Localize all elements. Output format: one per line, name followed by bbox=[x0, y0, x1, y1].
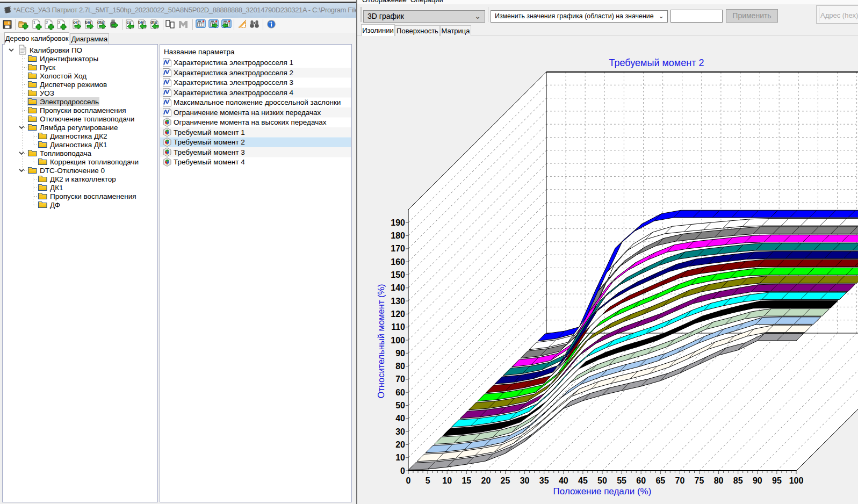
svg-text:Электродроссель: Электродроссель bbox=[40, 98, 99, 106]
svg-text:Лямбда регулирование: Лямбда регулирование bbox=[40, 124, 118, 132]
svg-text:Требуемый момент 1: Требуемый момент 1 bbox=[174, 128, 245, 136]
svg-text:ДК1: ДК1 bbox=[50, 184, 63, 192]
svg-text:140: 140 bbox=[391, 283, 405, 292]
svg-text:Максимальное положение дроссел: Максимальное положение дроссельной засло… bbox=[174, 98, 341, 106]
svg-text:Ограничение момента на высоких: Ограничение момента на высоких передачах bbox=[174, 118, 327, 126]
svg-text:15: 15 bbox=[462, 476, 471, 485]
svg-text:Требуемый момент 4: Требуемый момент 4 bbox=[174, 158, 245, 166]
svg-text:Пропуски воспламенения: Пропуски воспламенения bbox=[50, 192, 136, 200]
svg-text:150: 150 bbox=[391, 270, 405, 279]
svg-text:2: 2 bbox=[45, 20, 48, 25]
svg-text:Название параметра: Название параметра bbox=[164, 48, 235, 56]
svg-text:30: 30 bbox=[520, 476, 530, 485]
svg-text:Диагностика ДК1: Диагностика ДК1 bbox=[50, 141, 107, 149]
svg-text:Диагностика ДК2: Диагностика ДК2 bbox=[50, 132, 107, 140]
svg-text:25: 25 bbox=[501, 476, 510, 485]
svg-text:Характеристика электродросселя: Характеристика электродросселя 3 bbox=[174, 78, 293, 87]
svg-text:Пуск: Пуск bbox=[40, 63, 55, 71]
svg-text:10: 10 bbox=[395, 453, 405, 462]
svg-text:90: 90 bbox=[395, 349, 405, 358]
svg-text:80: 80 bbox=[395, 362, 405, 371]
svg-text:120: 120 bbox=[391, 309, 405, 319]
svg-text:70: 70 bbox=[675, 476, 685, 485]
svg-text:bin: bin bbox=[138, 20, 145, 25]
svg-text:85: 85 bbox=[733, 476, 743, 485]
svg-text:170: 170 bbox=[391, 244, 405, 253]
svg-text:100: 100 bbox=[789, 476, 804, 485]
svg-text:DTC-Отключение 0: DTC-Отключение 0 bbox=[40, 167, 105, 175]
svg-text:75: 75 bbox=[695, 476, 704, 485]
svg-text:Характеристика электродросселя: Характеристика электродросселя 1 bbox=[174, 59, 293, 67]
svg-text:65: 65 bbox=[655, 476, 665, 485]
svg-text:60: 60 bbox=[636, 476, 646, 485]
svg-text:УОЗ: УОЗ bbox=[40, 89, 54, 97]
svg-text:Ограничение момента на низких: Ограничение момента на низких передачах bbox=[174, 109, 321, 117]
svg-text:160: 160 bbox=[391, 257, 405, 267]
svg-text:Диспетчер режимов: Диспетчер режимов bbox=[40, 81, 107, 89]
svg-text:70: 70 bbox=[395, 375, 405, 384]
svg-text:40: 40 bbox=[395, 414, 405, 423]
svg-text:0: 0 bbox=[406, 476, 411, 485]
svg-text:Характеристика электродросселя: Характеристика электродросселя 4 bbox=[174, 89, 293, 97]
svg-text:0: 0 bbox=[400, 466, 405, 476]
svg-text:ДК2 и катколлектор: ДК2 и катколлектор bbox=[50, 175, 116, 183]
svg-text:ДФ: ДФ bbox=[50, 201, 60, 209]
svg-text:Идентификаторы: Идентификаторы bbox=[40, 55, 98, 63]
svg-text:20: 20 bbox=[481, 476, 491, 485]
svg-text:180: 180 bbox=[391, 231, 405, 240]
svg-text:Требуемый момент 2: Требуемый момент 2 bbox=[174, 138, 245, 146]
svg-text:20: 20 bbox=[395, 440, 405, 449]
svg-text:130: 130 bbox=[391, 297, 405, 306]
svg-text:30: 30 bbox=[395, 427, 405, 436]
svg-text:cs: cs bbox=[127, 20, 132, 25]
svg-text:1: 1 bbox=[33, 20, 35, 25]
svg-text:45: 45 bbox=[578, 476, 588, 485]
svg-text:Калибровки ПО: Калибровки ПО bbox=[30, 46, 82, 54]
svg-text:Характеристика электродросселя: Характеристика электродросселя 2 bbox=[174, 69, 293, 77]
svg-text:Требуемый момент 2: Требуемый момент 2 bbox=[609, 57, 704, 68]
svg-text:Коррекция топливоподачи: Коррекция топливоподачи bbox=[50, 158, 139, 166]
svg-text:60: 60 bbox=[395, 388, 405, 397]
svg-text:110: 110 bbox=[391, 322, 405, 332]
svg-text:50: 50 bbox=[597, 476, 607, 485]
svg-text:Холостой Ход: Холостой Ход bbox=[40, 72, 86, 80]
svg-text:95: 95 bbox=[772, 476, 782, 485]
svg-text:Требуемый момент 3: Требуемый момент 3 bbox=[174, 148, 245, 156]
svg-text:Относительный момент (%): Относительный момент (%) bbox=[376, 284, 386, 398]
svg-text:100: 100 bbox=[391, 336, 405, 345]
svg-text:35: 35 bbox=[539, 476, 549, 485]
svg-text:80: 80 bbox=[714, 476, 724, 485]
svg-text:55: 55 bbox=[617, 476, 626, 485]
svg-text:50: 50 bbox=[395, 401, 405, 410]
svg-text:190: 190 bbox=[391, 218, 405, 227]
svg-text:10: 10 bbox=[442, 476, 452, 485]
svg-text:Отключение топливоподачи: Отключение топливоподачи bbox=[40, 115, 134, 123]
svg-text:3: 3 bbox=[57, 20, 60, 25]
svg-text:Положение педали (%): Положение педали (%) bbox=[553, 486, 652, 496]
svg-text:5: 5 bbox=[426, 476, 430, 485]
svg-text:Топливоподача: Топливоподача bbox=[40, 149, 92, 157]
svg-text:dta: dta bbox=[150, 20, 157, 25]
svg-text:90: 90 bbox=[753, 476, 762, 485]
svg-text:40: 40 bbox=[559, 476, 568, 485]
svg-text:Пропуски воспламенения: Пропуски воспламенения bbox=[40, 106, 126, 114]
